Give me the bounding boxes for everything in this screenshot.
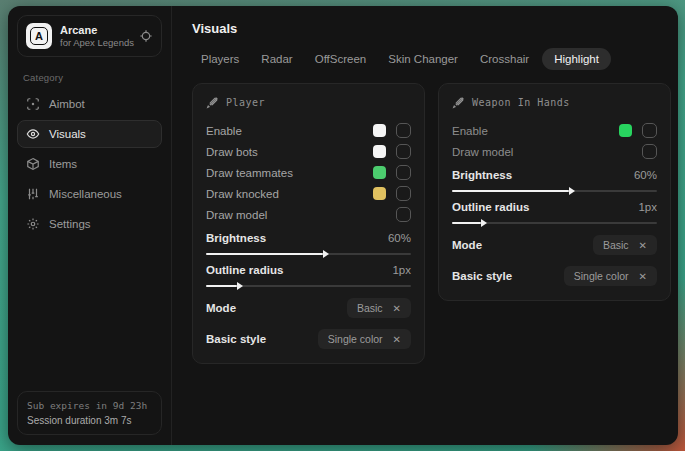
color-swatch[interactable] (373, 187, 386, 200)
slider-thumb[interactable] (323, 250, 329, 258)
outline-radius-slider[interactable] (206, 285, 411, 287)
slider-thumb[interactable] (237, 282, 243, 290)
setting-row-draw-bots: Draw bots (206, 141, 411, 162)
brightness-slider[interactable] (206, 253, 411, 255)
checkbox[interactable] (642, 123, 657, 138)
select-label: Mode (452, 239, 593, 251)
setting-label: Enable (452, 125, 619, 137)
setting-label: Draw teammates (206, 167, 373, 179)
slider-value: 60% (634, 169, 657, 181)
select-label: Mode (206, 302, 347, 314)
sidebar-item-label: Visuals (49, 128, 86, 140)
session-duration-text: Session duration 3m 7s (27, 415, 152, 426)
color-swatch[interactable] (373, 124, 386, 137)
sidebar: A Arcane for Apex Legends Category (8, 6, 172, 445)
setting-label: Draw model (452, 146, 642, 158)
tag-remove-icon[interactable]: ✕ (639, 271, 647, 282)
app-title-block: Arcane for Apex Legends (60, 24, 131, 49)
panel-title: Player (226, 97, 265, 108)
sidebar-item-label: Settings (49, 218, 91, 230)
weapon-panel-header: Weapon In Hands (452, 96, 657, 109)
color-swatch[interactable] (373, 145, 386, 158)
slider-thumb[interactable] (481, 219, 487, 227)
setting-row-draw-teammates: Draw teammates (206, 162, 411, 183)
setting-label: Draw knocked (206, 188, 373, 200)
tab-offscreen[interactable]: OffScreen (306, 48, 376, 70)
tag-remove-icon[interactable]: ✕ (639, 240, 647, 251)
tag-value: Basic (603, 239, 629, 251)
basic-style-tag[interactable]: Single color ✕ (318, 329, 411, 349)
tab-players[interactable]: Players (192, 48, 248, 70)
checkbox[interactable] (396, 186, 411, 201)
player-panel-header: Player (206, 96, 411, 109)
checkbox[interactable] (396, 144, 411, 159)
slider-value: 60% (388, 232, 411, 244)
brightness-slider-block: Brightness 60% (206, 232, 411, 255)
slider-value: 1px (638, 201, 657, 213)
tab-crosshair[interactable]: Crosshair (471, 48, 538, 70)
color-swatch[interactable] (373, 166, 386, 179)
sidebar-item-aimbot[interactable]: Aimbot (17, 90, 162, 118)
tab-radar[interactable]: Radar (252, 48, 301, 70)
outline-radius-slider-block: Outline radius 1px (452, 201, 657, 224)
mode-select-row: Mode Basic ✕ (206, 298, 411, 318)
tag-remove-icon[interactable]: ✕ (393, 303, 401, 314)
basic-style-tag[interactable]: Single color ✕ (564, 266, 657, 286)
sub-expiry-text: Sub expires in 9d 23h (27, 400, 152, 411)
setting-row-enable: Enable (452, 120, 657, 141)
crosshair-icon (26, 97, 40, 111)
slider-thumb[interactable] (569, 187, 575, 195)
app-logo: A (26, 23, 52, 49)
setting-label: Draw bots (206, 146, 373, 158)
sidebar-nav: Aimbot Visuals Items (17, 90, 162, 238)
checkbox[interactable] (396, 165, 411, 180)
basic-style-select-row: Basic style Single color ✕ (206, 329, 411, 349)
main-content: Visuals Players Radar OffScreen Skin Cha… (172, 6, 678, 445)
slider-label: Outline radius (452, 201, 638, 213)
mode-tag[interactable]: Basic ✕ (593, 235, 657, 255)
setting-row-draw-model: Draw model (452, 141, 657, 162)
subscription-status-card: Sub expires in 9d 23h Session duration 3… (17, 391, 162, 435)
sidebar-item-settings[interactable]: Settings (17, 210, 162, 238)
sword-icon (206, 96, 219, 109)
sidebar-item-items[interactable]: Items (17, 150, 162, 178)
app-header-card: A Arcane for Apex Legends (17, 15, 162, 57)
color-swatch[interactable] (619, 124, 632, 137)
tab-skin-changer[interactable]: Skin Changer (379, 48, 467, 70)
tab-highlight[interactable]: Highlight (542, 48, 611, 70)
setting-row-draw-knocked: Draw knocked (206, 183, 411, 204)
setting-label: Enable (206, 125, 373, 137)
sidebar-item-visuals[interactable]: Visuals (17, 120, 162, 148)
slider-value: 1px (392, 264, 411, 276)
checkbox[interactable] (642, 144, 657, 159)
gear-icon (26, 217, 40, 231)
tag-value: Basic (357, 302, 383, 314)
mode-select-row: Mode Basic ✕ (452, 235, 657, 255)
sidebar-item-miscellaneous[interactable]: Miscellaneous (17, 180, 162, 208)
outline-radius-slider-block: Outline radius 1px (206, 264, 411, 287)
setting-row-draw-model: Draw model (206, 204, 411, 225)
player-panel: Player Enable Draw bots Draw teammates (192, 83, 425, 364)
basic-style-select-row: Basic style Single color ✕ (452, 266, 657, 286)
app-window: A Arcane for Apex Legends Category (8, 6, 678, 445)
checkbox[interactable] (396, 123, 411, 138)
app-subtitle: for Apex Legends (60, 37, 131, 49)
slider-label: Brightness (206, 232, 388, 244)
select-label: Basic style (206, 333, 318, 345)
outline-radius-slider[interactable] (452, 222, 657, 224)
brightness-slider[interactable] (452, 190, 657, 192)
scan-target-icon[interactable] (139, 29, 153, 43)
setting-row-enable: Enable (206, 120, 411, 141)
eye-icon (26, 127, 40, 141)
select-label: Basic style (452, 270, 564, 282)
tag-value: Single color (328, 333, 383, 345)
brightness-slider-block: Brightness 60% (452, 169, 657, 192)
mode-tag[interactable]: Basic ✕ (347, 298, 411, 318)
sidebar-item-label: Items (49, 158, 77, 170)
checkbox[interactable] (396, 207, 411, 222)
tag-remove-icon[interactable]: ✕ (393, 334, 401, 345)
tag-value: Single color (574, 270, 629, 282)
setting-label: Draw model (206, 209, 396, 221)
sidebar-item-label: Miscellaneous (49, 188, 122, 200)
sword-icon (452, 96, 465, 109)
